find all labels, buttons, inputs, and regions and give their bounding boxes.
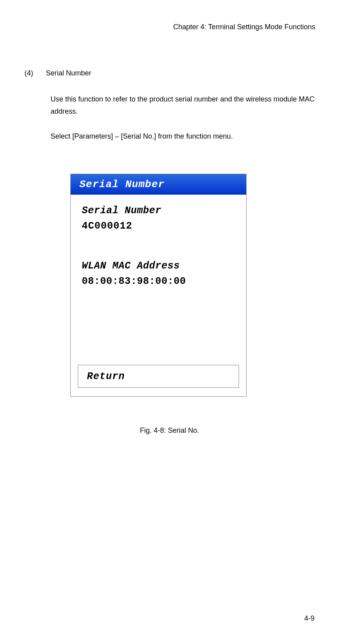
section-paragraph-1: Use this function to refer to the produc… (51, 93, 315, 117)
screenshot-container: Serial Number Serial Number 4C000012 WLA… (70, 174, 247, 397)
serial-number-value: 4C000012 (82, 220, 235, 232)
page-number: 4-9 (304, 614, 315, 623)
mac-address-value: 08:00:83:98:00:00 (82, 276, 235, 287)
mac-address-label: WLAN MAC Address (82, 260, 235, 272)
return-button[interactable]: Return (78, 365, 239, 388)
section-number: (4) (24, 69, 33, 77)
screenshot-titlebar: Serial Number (71, 174, 246, 195)
screenshot-body: Serial Number 4C000012 WLAN MAC Address … (71, 195, 246, 287)
chapter-header: Chapter 4: Terminal Settings Mode Functi… (173, 23, 315, 31)
section-paragraph-2: Select [Parameters] – [Serial No.] from … (51, 132, 315, 141)
figure-caption: Fig. 4-8: Serial No. (0, 426, 339, 435)
serial-number-label: Serial Number (82, 205, 235, 216)
section-title: Serial Number (46, 69, 91, 77)
